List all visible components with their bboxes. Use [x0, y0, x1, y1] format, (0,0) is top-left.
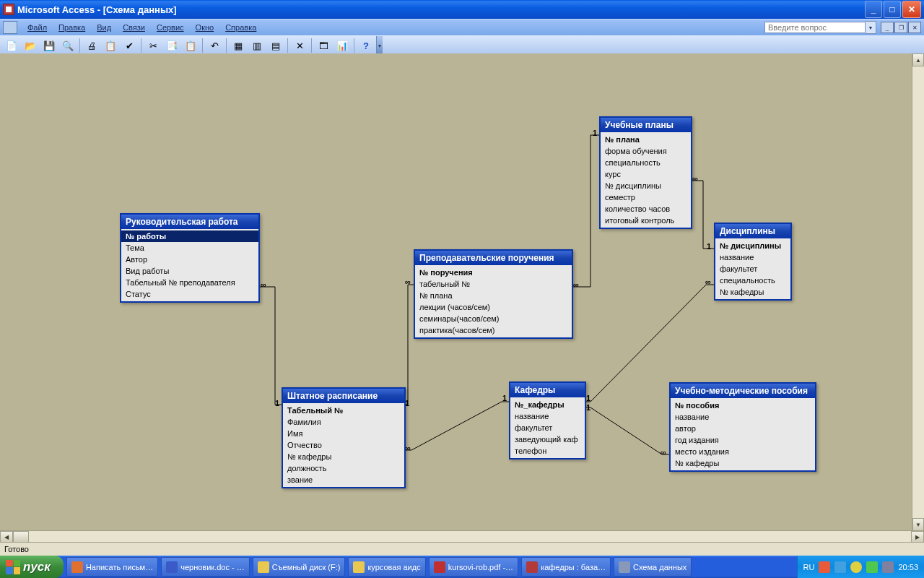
table-field[interactable]: автор [671, 423, 815, 434]
new-icon[interactable]: 📄 [3, 37, 20, 54]
taskbar-task[interactable]: курсовая аидс [348, 557, 425, 577]
table-field[interactable]: телефон [510, 445, 585, 457]
menu-relations[interactable]: Связи [117, 22, 151, 33]
table-field[interactable]: курс [601, 168, 691, 180]
table-field[interactable]: специальность [601, 157, 691, 168]
table-field[interactable]: звание [283, 474, 404, 486]
table-field[interactable]: семинары(часов/сем) [415, 313, 572, 324]
mdi-close-button[interactable]: ✕ [908, 22, 921, 33]
table-title[interactable]: Руководительская работа [121, 215, 258, 229]
table-plan[interactable]: Учебные планы № планаформа обученияспеци… [599, 116, 692, 229]
vertical-scrollbar[interactable]: ▲ ▼ [912, 53, 924, 531]
cut-icon[interactable]: ✂ [144, 37, 162, 54]
table-field[interactable]: итоговый контроль [601, 215, 691, 226]
open-icon[interactable]: 📂 [22, 37, 39, 54]
table-field[interactable]: № пособия [671, 400, 815, 411]
paste-icon[interactable]: 📋 [182, 37, 199, 54]
show-all-icon[interactable]: ▤ [267, 37, 284, 54]
table-field[interactable]: № поручения [415, 267, 572, 278]
search-icon[interactable]: 🔍 [59, 37, 77, 54]
taskbar-task[interactable]: кафедры : база… [521, 557, 611, 577]
table-title[interactable]: Дисциплины [715, 224, 790, 238]
table-field[interactable]: Табельный № преподавателя [121, 277, 258, 288]
table-title[interactable]: Учебные планы [601, 118, 691, 132]
table-field[interactable]: № дисциплины [715, 240, 790, 251]
table-field[interactable]: название [671, 411, 815, 423]
table-field[interactable]: Тема [121, 242, 258, 254]
taskbar-task[interactable]: Написать письм… [66, 557, 158, 577]
taskbar-task[interactable]: Съемный диск (F:) [253, 557, 346, 577]
save-icon[interactable]: 💾 [40, 37, 58, 54]
table-field[interactable]: № плана [415, 290, 572, 301]
table-field[interactable]: Табельный № [283, 405, 404, 416]
close-button[interactable]: ✕ [902, 1, 921, 18]
table-prepod[interactable]: Преподавательские поручения № порученият… [414, 249, 573, 339]
table-field[interactable]: Имя [283, 428, 404, 439]
table-title[interactable]: Преподавательские поручения [415, 251, 572, 265]
table-field[interactable]: форма обучения [601, 145, 691, 157]
mdi-restore-button[interactable]: ❐ [894, 22, 907, 33]
system-tray[interactable]: RU 20:53 [797, 556, 924, 578]
help-question-input[interactable] [764, 22, 866, 33]
delete-icon[interactable]: ✕ [291, 37, 308, 54]
table-field[interactable]: Автор [121, 254, 258, 265]
db-window-icon[interactable]: 🗔 [315, 37, 332, 54]
table-shtat[interactable]: Штатное расписание Табельный №ФамилияИмя… [282, 387, 406, 488]
table-field[interactable]: название [510, 410, 585, 422]
tray-icon[interactable] [819, 561, 830, 573]
table-field[interactable]: лекции (часов/сем) [415, 301, 572, 313]
maximize-button[interactable]: □ [884, 1, 901, 18]
menu-view[interactable]: Вид [91, 22, 117, 33]
tray-icon[interactable] [882, 561, 894, 573]
help-question-dropdown[interactable]: ▼ [866, 21, 876, 34]
scroll-thumb[interactable] [13, 531, 29, 543]
start-button[interactable]: пуск [0, 556, 64, 578]
copy-icon[interactable]: 📑 [163, 37, 180, 54]
language-indicator[interactable]: RU [803, 563, 815, 571]
print-icon[interactable]: 🖨 [83, 37, 100, 54]
scroll-right-icon[interactable]: ▶ [911, 531, 924, 543]
clock[interactable]: 20:53 [898, 563, 918, 571]
table-field[interactable]: Статус [121, 288, 258, 300]
table-field[interactable]: №_кафедры [510, 399, 585, 410]
table-field[interactable]: Отчество [283, 439, 404, 451]
table-field[interactable]: Вид работы [121, 265, 258, 277]
taskbar-task[interactable]: kursovi-rob.pdf -… [429, 557, 518, 577]
toolbar-overflow[interactable]: ▾ [376, 36, 383, 55]
table-field[interactable]: Фамилия [283, 416, 404, 428]
table-field[interactable]: название [715, 251, 790, 263]
table-field[interactable]: № кафедры [283, 451, 404, 462]
table-field[interactable]: № дисциплины [601, 180, 691, 191]
horizontal-scrollbar[interactable]: ◀ ▶ [0, 530, 924, 543]
table-title[interactable]: Кафедры [510, 383, 585, 397]
show-table-icon[interactable]: ▦ [230, 37, 247, 54]
table-field[interactable]: № кафедры [671, 457, 815, 469]
table-rukovod[interactable]: Руководительская работа № работыТемаАвто… [120, 213, 260, 303]
preview-icon[interactable]: 📋 [102, 37, 119, 54]
table-field[interactable]: факультет [715, 263, 790, 275]
table-field[interactable]: специальность [715, 275, 790, 286]
new-object-icon[interactable]: 📊 [334, 37, 351, 54]
menu-file[interactable]: Файл [22, 22, 53, 33]
table-title[interactable]: Учебно-методические пособия [671, 384, 815, 398]
table-field[interactable]: должность [283, 462, 404, 474]
scroll-down-icon[interactable]: ▼ [912, 518, 924, 531]
menu-tools[interactable]: Сервис [151, 22, 190, 33]
tray-icon[interactable] [834, 561, 846, 573]
table-field[interactable]: количество часов [601, 203, 691, 215]
scroll-left-icon[interactable]: ◀ [0, 531, 13, 543]
menu-edit[interactable]: Правка [53, 22, 91, 33]
table-field[interactable]: № плана [601, 134, 691, 145]
menu-help[interactable]: Справка [219, 22, 262, 33]
taskbar-task[interactable]: Схема данных [614, 557, 692, 577]
table-field[interactable]: № работы [121, 230, 258, 242]
table-field[interactable]: факультет [510, 422, 585, 434]
table-disc[interactable]: Дисциплины № дисциплиныназваниефакультет… [714, 223, 792, 301]
relationship-canvas[interactable]: 1∞1∞1∞1∞1∞1∞1∞ Руководительская работа №… [0, 53, 924, 543]
tray-icon[interactable] [866, 561, 878, 573]
menu-window[interactable]: Окно [190, 22, 220, 33]
table-field[interactable]: заведующий каф [510, 434, 585, 445]
mdi-icon[interactable] [3, 21, 17, 34]
table-field[interactable]: год издания [671, 434, 815, 446]
help-icon[interactable]: ? [357, 37, 375, 54]
